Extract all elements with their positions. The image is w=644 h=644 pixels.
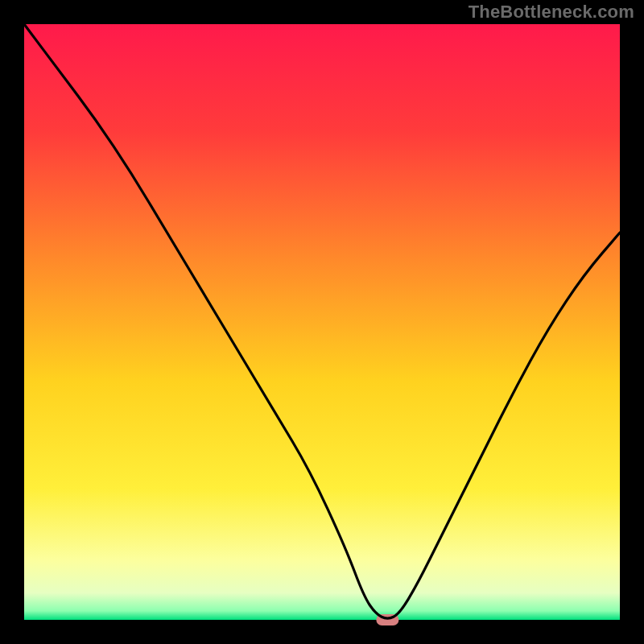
chart-svg: [0, 0, 644, 644]
chart-container: { "watermark": "TheBottleneck.com", "cha…: [0, 0, 644, 644]
watermark-text: TheBottleneck.com: [469, 2, 634, 23]
plot-area: [24, 24, 620, 620]
